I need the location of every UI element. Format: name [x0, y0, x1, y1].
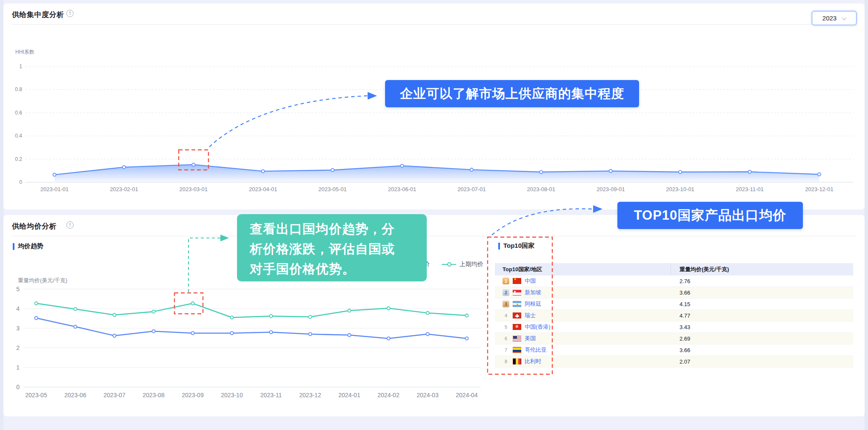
svg-text:2023-05: 2023-05 — [25, 392, 47, 398]
country-link[interactable]: 比利时 — [525, 358, 541, 365]
svg-text:2023-11-01: 2023-11-01 — [736, 186, 764, 192]
supply-avg-price-panel: 供给均价分析 ! 均价趋势 本期均价 上期均价 012345重量均价(美元/千克… — [3, 215, 865, 416]
panel1-title: 供给集中度分析 — [12, 10, 64, 20]
avg-price-value: 2.76 — [671, 278, 853, 284]
year-select[interactable]: 2023 — [812, 11, 857, 25]
svg-text:2024-03: 2024-03 — [417, 392, 439, 398]
callout-price-trend: 查看出口国均价趋势，分 析价格涨跌，评估自国或 对手国价格优势。 — [237, 214, 427, 281]
flag-icon-be — [513, 358, 521, 364]
svg-text:0: 0 — [19, 179, 22, 185]
rank-badge: 4 — [503, 312, 509, 319]
legend-item-previous[interactable]: 上期均价 — [442, 261, 483, 268]
svg-text:2023-09-01: 2023-09-01 — [597, 186, 625, 192]
divider — [12, 24, 856, 25]
svg-text:2023-08: 2023-08 — [143, 392, 165, 398]
avg-price-value: 3.66 — [671, 347, 853, 353]
svg-text:2023-11: 2023-11 — [260, 392, 282, 398]
section-bar — [13, 243, 14, 250]
svg-text:3: 3 — [16, 325, 20, 332]
svg-text:1: 1 — [19, 63, 22, 69]
svg-text:HHI系数: HHI系数 — [15, 49, 34, 55]
svg-text:0.8: 0.8 — [15, 86, 22, 92]
country-link[interactable]: 美国 — [525, 335, 536, 342]
rank-badge: 5 — [503, 324, 509, 330]
section-avg-price-trend: 均价趋势 — [13, 242, 43, 250]
svg-text:2024-02: 2024-02 — [377, 392, 400, 398]
country-link[interactable]: 瑞士 — [525, 312, 536, 319]
year-select-value: 2023 — [822, 14, 837, 22]
avg-price-value: 3.43 — [671, 324, 853, 330]
table-header: Top10国家/地区 重量均价(美元/千克) — [495, 263, 853, 275]
right-scrollbar-strip[interactable] — [865, 0, 868, 430]
avg-price-value: 4.15 — [671, 301, 853, 307]
svg-text:0.6: 0.6 — [15, 110, 22, 116]
table-row: 7哥伦比亚3.66 — [495, 344, 853, 356]
svg-text:2023-03-01: 2023-03-01 — [180, 186, 208, 192]
table-row: 2新加坡3.66 — [495, 287, 853, 298]
table-row: 6美国2.69 — [495, 333, 853, 344]
svg-text:2023-07-01: 2023-07-01 — [457, 186, 486, 192]
table-row: 8比利时2.07 — [495, 356, 853, 367]
svg-text:重量均价(美元/千克): 重量均价(美元/千克) — [18, 277, 67, 284]
section-bar — [498, 243, 500, 249]
flag-icon-ch — [513, 312, 521, 318]
panel2-title: 供给均价分析 — [12, 221, 57, 231]
chevron-down-icon — [842, 15, 847, 20]
top10-table: Top10国家/地区 重量均价(美元/千克) 1中国2.762新加坡3.663阿… — [495, 263, 853, 367]
rank-badge: 8 — [503, 358, 509, 365]
flag-icon-sg — [513, 290, 521, 295]
flag-icon-co — [513, 347, 521, 353]
svg-text:2023-07: 2023-07 — [103, 392, 126, 398]
svg-text:2023-04-01: 2023-04-01 — [249, 186, 277, 192]
col-header-avg-price: 重量均价(美元/千克) — [671, 266, 853, 273]
svg-text:2023-01-01: 2023-01-01 — [40, 186, 69, 192]
callout-top10-export-price: TOP10国家产品出口均价 — [617, 202, 803, 229]
left-edge-strip — [0, 0, 3, 430]
svg-text:0.4: 0.4 — [15, 133, 22, 139]
svg-text:2023-08-01: 2023-08-01 — [527, 186, 556, 192]
info-icon[interactable]: ! — [66, 10, 74, 17]
flag-icon-cn — [513, 278, 521, 284]
svg-text:2023-09: 2023-09 — [182, 392, 204, 398]
country-link[interactable]: 中国 — [525, 277, 536, 285]
svg-text:2023-06-01: 2023-06-01 — [388, 186, 417, 192]
svg-text:2: 2 — [16, 344, 20, 351]
svg-text:2023-10-01: 2023-10-01 — [666, 186, 694, 192]
section-top10-countries: Top10国家 — [498, 242, 534, 250]
flag-icon-us — [513, 335, 521, 341]
country-link[interactable]: 哥伦比亚 — [525, 346, 547, 354]
table-row: 5中国(香港)3.43 — [495, 321, 853, 333]
rank-badge: 3 — [503, 301, 509, 307]
svg-text:2023-05-01: 2023-05-01 — [318, 186, 347, 192]
svg-text:2024-01: 2024-01 — [338, 392, 360, 398]
avg-price-value: 2.69 — [671, 335, 853, 342]
col-header-country: Top10国家/地区 — [495, 263, 671, 275]
svg-text:2023-02-01: 2023-02-01 — [110, 186, 138, 192]
svg-text:5: 5 — [16, 286, 20, 292]
country-link[interactable]: 阿根廷 — [525, 300, 541, 308]
table-row: 3阿根廷4.15 — [495, 298, 853, 310]
rank-badge: 6 — [503, 335, 509, 342]
svg-text:2023-10: 2023-10 — [221, 392, 243, 398]
svg-text:0: 0 — [16, 384, 20, 390]
svg-text:1: 1 — [16, 364, 20, 371]
svg-text:2024-04: 2024-04 — [456, 392, 478, 398]
country-link[interactable]: 中国(香港) — [525, 323, 551, 331]
flag-icon-ar — [513, 301, 521, 307]
legend-marker-icon — [442, 264, 456, 265]
info-icon[interactable]: ! — [66, 221, 74, 229]
svg-text:0.2: 0.2 — [15, 156, 22, 162]
rank-badge: 7 — [503, 347, 509, 353]
divider — [12, 236, 856, 236]
avg-price-value: 2.07 — [671, 358, 853, 365]
table-row: 1中国2.76 — [495, 275, 853, 287]
avg-price-value: 3.66 — [671, 290, 853, 296]
rank-badge: 1 — [503, 278, 509, 284]
rank-badge: 2 — [503, 289, 509, 296]
callout-concentration: 企业可以了解市场上供应商的集中程度 — [385, 80, 639, 107]
svg-text:2023-12: 2023-12 — [299, 392, 321, 398]
country-link[interactable]: 新加坡 — [525, 289, 541, 296]
svg-text:4: 4 — [16, 305, 20, 312]
panel1-header: 供给集中度分析 ! — [3, 3, 865, 25]
table-row: 4瑞士4.77 — [495, 310, 853, 321]
